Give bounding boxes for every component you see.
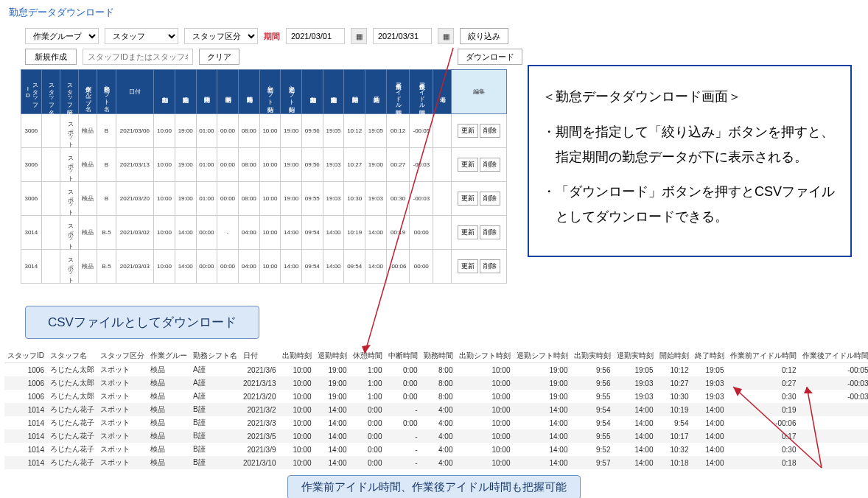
delete-button[interactable]: 削除 [480,192,500,206]
csv-cell: スポット [97,363,147,377]
update-button[interactable]: 更新 [458,225,478,239]
csv-cell: 14:00 [692,443,727,456]
staff-type-select[interactable]: スタッフ区分 [184,28,258,44]
cell: 01:00 [196,114,217,148]
csv-cell: 0:19 [727,403,799,416]
csv-cell [799,403,869,416]
csv-cell: 10:00 [279,376,315,390]
csv-cell: - [385,456,421,469]
cell: 19:03 [323,182,344,216]
download-button[interactable]: ダウンロード [458,49,522,65]
cell [41,250,60,284]
cell [41,216,60,250]
delete-button[interactable]: 削除 [480,124,500,138]
cell [433,250,452,284]
csv-cell: 14:00 [315,429,350,443]
csv-row: 1014ろじたん花子スポット検品B謹2021/3/510:0014:000:00… [4,429,868,443]
filter-button[interactable]: 絞り込み [460,28,508,44]
staff-select[interactable]: スタッフ [105,28,178,44]
filter-row-1: 作業グループ スタッフ スタッフ区分 期間 ▦ ▦ 絞り込み [0,25,868,46]
action-cell: 更新削除 [452,216,507,250]
delete-button[interactable]: 削除 [480,259,500,273]
page-title-link[interactable]: 勤怠データダウンロード [0,0,123,25]
csv-cell: B謹 [190,416,240,429]
cell: 10:12 [344,114,365,148]
cell: 10:00 [259,182,281,216]
cell: 3006 [21,148,42,182]
cell: 10:00 [154,114,175,148]
cell: 10:19 [344,216,365,250]
work-group-select[interactable]: 作業グループ [25,28,99,44]
table-row: 3006スポット検品B2021/03/2010:0019:0001:0000:0… [21,182,507,216]
csv-cell: 14:00 [692,416,727,429]
csv-cell: -00:03 [799,376,869,390]
csv-cell: 検品 [147,403,190,416]
delete-button[interactable]: 削除 [480,225,500,239]
csv-cell: 1014 [4,456,47,469]
cell: -00:03 [410,182,433,216]
col-18: 作業後アイドル時間 [410,70,433,114]
csv-col: 出勤シフト時刻 [456,349,514,363]
cell: 2021/03/02 [116,216,154,250]
csv-cell: 19:00 [514,363,571,377]
cell: B-5 [97,250,116,284]
update-button[interactable]: 更新 [458,124,478,138]
csv-cell: 14:00 [614,416,657,429]
update-button[interactable]: 更新 [458,158,478,172]
delete-button[interactable]: 削除 [480,158,500,172]
staff-filter-input[interactable] [83,49,193,65]
cell: -00:06 [386,250,410,284]
csv-cell: 14:00 [614,403,657,416]
csv-cell: 19:03 [614,390,657,403]
col-3: 作業グループ名 [79,70,97,114]
cell: 04:00 [238,250,259,284]
csv-row: 1006ろじたん太郎スポット検品A謹2021/3/1310:0019:001:0… [4,376,868,390]
update-button[interactable]: 更新 [458,192,478,206]
csv-col: 勤務シフト名 [190,349,240,363]
csv-cell: 1:00 [350,376,385,390]
csv-col: 休憩時間 [350,349,385,363]
csv-cell: 検品 [147,443,190,456]
calendar-to-icon[interactable]: ▦ [438,28,454,44]
csv-cell: 1006 [4,376,47,390]
clear-button[interactable]: クリア [199,49,239,65]
csv-cell: - [385,443,421,456]
csv-cell: 2021/3/10 [240,456,279,469]
csv-cell: 10:30 [657,390,692,403]
csv-cell: 10:00 [279,416,315,429]
csv-cell: 0:18 [727,456,799,469]
csv-cell [799,456,869,469]
col-9: 中断時間 [217,70,239,114]
cell: 01:00 [196,148,217,182]
date-from-input[interactable] [286,28,345,44]
calendar-from-icon[interactable]: ▦ [351,28,367,44]
csv-cell: 9:56 [571,363,614,377]
csv-cell: 0:00 [350,416,385,429]
csv-cell: 4:00 [421,456,456,469]
cell: スポット [60,250,78,284]
csv-cell: 検品 [147,456,190,469]
update-button[interactable]: 更新 [458,259,478,273]
csv-cell: 14:00 [315,456,350,469]
new-button[interactable]: 新規作成 [25,49,77,65]
info-p2: ・「ダウンロード」ボタンを押すとCSVファイルとしてダウンロードできる。 [542,179,837,229]
table-row: 3014スポット検品B-52021/03/0310:0014:0000:0000… [21,250,507,284]
csv-col: 終了時刻 [692,349,727,363]
cell: 2021/03/13 [116,148,154,182]
cell: 14:00 [323,216,344,250]
csv-cell: 4:00 [421,416,456,429]
csv-row: 1014ろじたん花子スポット検品B謹2021/3/910:0014:000:00… [4,443,868,456]
csv-cell: 1014 [4,416,47,429]
csv-cell: スポット [97,456,147,469]
csv-cell: B謹 [190,403,240,416]
cell: 10:00 [154,216,175,250]
cell: 10:30 [344,182,365,216]
cell: 01:00 [196,182,217,216]
col-4: 勤務シフト名 [97,70,116,114]
col-13: 出勤実時刻 [301,70,323,114]
cell: -00:03 [410,148,433,182]
csv-cell: 9:55 [571,429,614,443]
csv-cell: 10:00 [456,456,514,469]
date-to-input[interactable] [373,28,432,44]
action-cell: 更新削除 [452,114,507,148]
